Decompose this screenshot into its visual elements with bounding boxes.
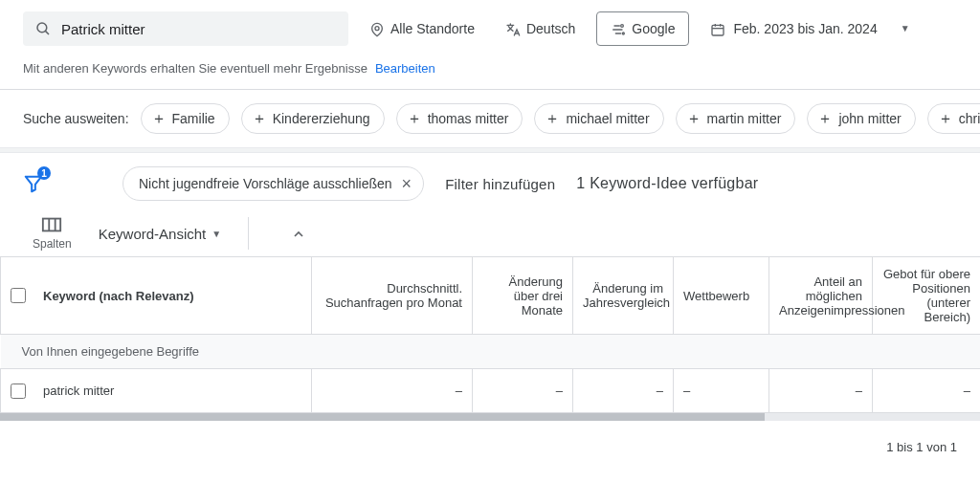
th-imp-share[interactable]: Anteil an möglichen Anzeigenimpressionen <box>769 257 873 335</box>
search-icon <box>34 20 52 37</box>
columns-label: Spalten <box>33 237 72 251</box>
plus-icon: ＋ <box>545 111 560 126</box>
th-competition[interactable]: Wettbewerb <box>674 257 769 335</box>
language-label: Deutsch <box>526 21 575 36</box>
plus-icon: ＋ <box>407 111 422 126</box>
expand-label: Suche ausweiten: <box>23 111 129 126</box>
th-avg[interactable]: Durchschnittl. Suchanfragen pro Monat <box>312 257 473 335</box>
select-all-checkbox[interactable] <box>11 288 26 303</box>
chip-martin-mitter[interactable]: ＋martin mitter <box>676 103 796 134</box>
chip-familie[interactable]: ＋Familie <box>141 103 230 134</box>
plus-icon: ＋ <box>151 111 167 126</box>
chip-label: martin mitter <box>707 111 782 126</box>
chip-label: Kindererziehung <box>273 111 370 126</box>
search-box[interactable] <box>23 11 348 46</box>
scrollbar-thumb[interactable] <box>0 413 765 421</box>
hint-edit-link[interactable]: Bearbeiten <box>375 61 435 76</box>
svg-line-1 <box>45 32 49 35</box>
chip-thomas-mitter[interactable]: ＋thomas mitter <box>396 103 523 134</box>
filter-badge: 1 <box>37 166 51 180</box>
th-change3[interactable]: Änderung über drei Monate <box>473 257 573 335</box>
dropdown-icon: ▼ <box>212 229 221 239</box>
applied-filter-pill[interactable]: Nicht jugendfreie Vorschläge ausschließe… <box>122 166 424 201</box>
cell-avg: – <box>312 369 473 413</box>
section-row: Von Ihnen eingegebene Begriffe <box>1 335 981 369</box>
plus-icon: ＋ <box>252 111 267 126</box>
date-range[interactable]: Feb. 2023 bis Jan. 2024 ▼ <box>701 14 919 42</box>
svg-point-0 <box>37 23 47 33</box>
row-checkbox[interactable] <box>11 383 26 399</box>
svg-point-7 <box>623 33 625 34</box>
cell-bid-top: – <box>873 369 981 413</box>
svg-point-6 <box>621 24 624 27</box>
chip-label: Familie <box>172 111 215 126</box>
chip-label: christian <box>959 111 980 126</box>
filter-icon[interactable]: 1 <box>23 173 44 194</box>
language-target[interactable]: Deutsch <box>496 14 585 42</box>
cell-change3: – <box>473 369 573 413</box>
date-label: Feb. 2023 bis Jan. 2024 <box>733 21 877 36</box>
th-keyword[interactable]: Keyword (nach Relevanz) <box>43 289 194 303</box>
horizontal-scrollbar[interactable] <box>0 413 980 421</box>
table-row[interactable]: patrick mitter – – – – – – <box>1 369 981 413</box>
location-icon <box>369 20 385 36</box>
section-label: Von Ihnen eingegebene Begriffe <box>1 335 981 369</box>
network-target[interactable]: Google <box>596 11 689 46</box>
cell-imp-share: – <box>769 369 873 413</box>
cell-keyword: patrick mitter <box>43 383 114 398</box>
location-target[interactable]: Alle Standorte <box>360 14 484 42</box>
chip-label: michael mitter <box>566 111 649 126</box>
chip-john-mitter[interactable]: ＋john mitter <box>807 103 915 134</box>
dropdown-icon: ▼ <box>901 23 910 33</box>
calendar-icon <box>710 20 725 36</box>
collapse-button[interactable] <box>291 225 306 241</box>
search-input[interactable] <box>61 21 337 37</box>
columns-button[interactable]: Spalten <box>33 216 72 251</box>
cell-change-yoy: – <box>573 369 674 413</box>
separator <box>248 217 249 250</box>
language-icon <box>505 20 521 36</box>
th-change-yoy[interactable]: Änderung im Jahresvergleich <box>573 257 674 335</box>
svg-rect-12 <box>43 219 60 231</box>
location-label: Alle Standorte <box>390 21 475 36</box>
scrollbar-track <box>765 413 980 421</box>
keyword-table: Keyword (nach Relevanz) Durchschnittl. S… <box>0 256 980 413</box>
pill-label: Nicht jugendfreie Vorschläge ausschließe… <box>139 176 392 191</box>
idea-count: 1 Keyword-Idee verfügbar <box>576 175 758 192</box>
th-bid-top[interactable]: Gebot für obere Positionen (unterer Bere… <box>873 257 981 335</box>
chip-label: john mitter <box>838 111 901 126</box>
keyword-view-dropdown[interactable]: Keyword-Ansicht ▼ <box>99 226 221 242</box>
pager: 1 bis 1 von 1 <box>0 421 980 454</box>
hint-text: Mit anderen Keywords erhalten Sie eventu… <box>23 61 368 76</box>
svg-point-2 <box>375 26 379 30</box>
svg-rect-8 <box>712 25 724 35</box>
plus-icon: ＋ <box>938 111 953 126</box>
chip-michael-mitter[interactable]: ＋michael mitter <box>534 103 663 134</box>
network-icon <box>611 20 626 36</box>
kview-label: Keyword-Ansicht <box>99 226 207 242</box>
chip-christian[interactable]: ＋christian <box>927 103 980 134</box>
cell-competition: – <box>674 369 769 413</box>
network-label: Google <box>632 21 675 36</box>
close-icon[interactable]: × <box>402 175 412 192</box>
chip-label: thomas mitter <box>428 111 509 126</box>
chip-kindererziehung[interactable]: ＋Kindererziehung <box>241 103 385 134</box>
plus-icon: ＋ <box>817 111 833 126</box>
plus-icon: ＋ <box>686 111 702 126</box>
add-filter-button[interactable]: Filter hinzufügen <box>445 176 555 192</box>
